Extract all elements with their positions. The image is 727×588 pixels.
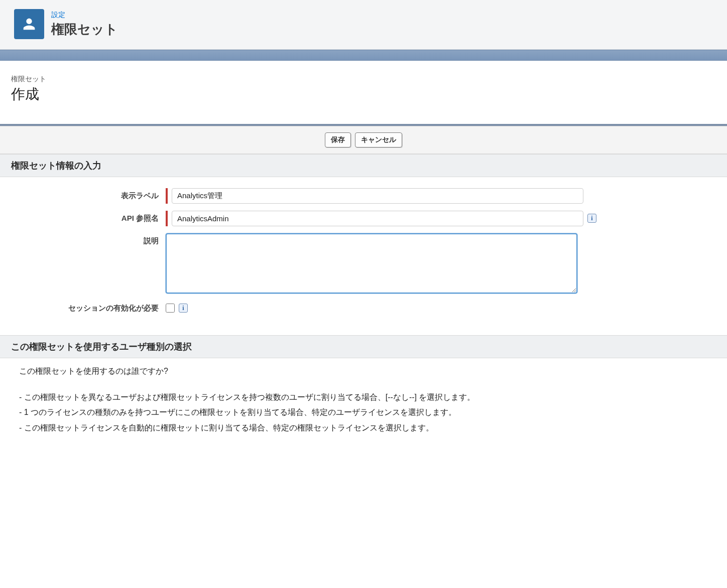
row-display-label: 表示ラベル <box>15 188 712 204</box>
permission-set-icon <box>14 9 44 39</box>
sub-header: 権限セット 作成 <box>0 61 727 124</box>
display-label-input[interactable] <box>172 188 583 204</box>
save-button[interactable]: 保存 <box>325 132 351 148</box>
page-title: 権限セット <box>51 21 118 38</box>
description-textarea[interactable] <box>166 233 577 293</box>
info-icon[interactable]: i <box>179 304 188 313</box>
info-icon[interactable]: i <box>587 214 596 223</box>
breadcrumb[interactable]: 設定 <box>51 11 118 20</box>
cancel-button[interactable]: キャンセル <box>355 132 402 148</box>
required-indicator <box>166 211 168 226</box>
section-user-type: この権限セットを使用するユーザ種別の選択 <box>0 335 727 358</box>
row-session-activation: セッションの有効化が必要 i <box>15 301 712 313</box>
decorative-pattern-bar <box>0 50 727 61</box>
api-name-input[interactable] <box>172 211 583 226</box>
sub-header-title: 作成 <box>11 85 716 104</box>
label-description: 説明 <box>15 233 166 246</box>
section-permission-info: 権限セット情報の入力 <box>0 154 727 177</box>
help-item: - 1 つのライセンスの種類のみを持つユーザにこの権限セットを割り当てる場合、特… <box>19 405 712 420</box>
user-type-help: この権限セットを使用するのは誰ですか? - この権限セットを異なるユーザおよび権… <box>0 358 727 451</box>
help-item: - この権限セットライセンスを自動的に権限セットに割り当てる場合、特定の権限セッ… <box>19 420 712 435</box>
label-api-name: API 参照名 <box>15 211 166 223</box>
action-button-row: 保存 キャンセル <box>0 126 727 154</box>
help-item: - この権限セットを異なるユーザおよび権限セットライセンスを持つ複数のユーザに割… <box>19 390 712 405</box>
session-activation-checkbox[interactable] <box>166 304 175 313</box>
form-card: 保存 キャンセル 権限セット情報の入力 表示ラベル API 参照名 i 説明 <box>0 124 727 451</box>
label-session-activation: セッションの有効化が必要 <box>15 301 166 313</box>
row-description: 説明 <box>15 233 712 293</box>
permission-info-form: 表示ラベル API 参照名 i 説明 セッションの有効化が必要 <box>0 177 727 335</box>
row-api-name: API 参照名 i <box>15 211 712 226</box>
sub-header-label: 権限セット <box>11 75 716 84</box>
help-list: - この権限セットを異なるユーザおよび権限セットライセンスを持つ複数のユーザに割… <box>15 390 712 435</box>
help-question: この権限セットを使用するのは誰ですか? <box>15 366 712 377</box>
required-indicator <box>166 188 168 204</box>
page-header: 設定 権限セット <box>0 0 727 50</box>
label-display-label: 表示ラベル <box>15 188 166 201</box>
